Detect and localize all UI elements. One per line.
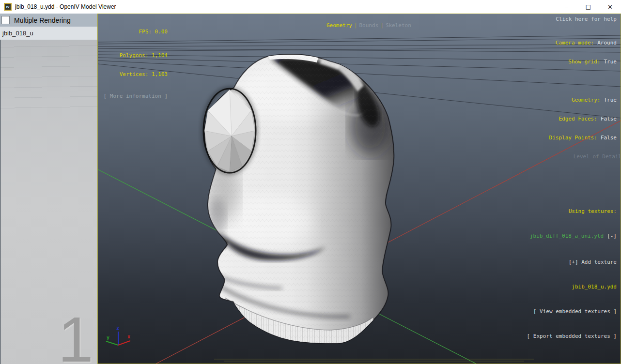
axis-z-label: z [116, 325, 119, 331]
3d-viewport: z y x FPS: 0.00 Polygons: 1,104 Vertices… [97, 14, 621, 364]
setting-level-of-detail[interactable]: Level of Detail [549, 153, 621, 160]
polygons-counter: Polygons: 1,104 [100, 52, 168, 59]
textures-overlay: Using textures: jbib_diff_018_a_uni.ytd[… [527, 191, 617, 357]
multiple-rendering-label[interactable]: Multiple Rendering [14, 16, 71, 24]
tab-geometry[interactable]: Geometry [326, 22, 352, 29]
help-link[interactable]: Click here for help [556, 16, 617, 22]
window-title: jbib_018_u.ydd - OpenIV Model Viewer [15, 3, 116, 10]
close-button[interactable]: ✕ [599, 0, 621, 14]
tab-bounds[interactable]: Bounds [359, 22, 379, 29]
axis-widget: z y x [106, 325, 130, 345]
multiple-rendering-row: Multiple Rendering [0, 14, 97, 27]
window-controls: – □ ✕ [556, 0, 621, 14]
setting-geometry[interactable]: Geometry:True [549, 97, 617, 103]
vest-model [200, 52, 398, 348]
setting-camera-mode[interactable]: Camera mode:Around [549, 40, 617, 46]
vertices-counter: Vertices: 1,163 [100, 71, 168, 77]
settings-overlay: Camera mode:Around Show grid:True Geomet… [549, 27, 617, 185]
setting-show-grid[interactable]: Show grid:True [549, 59, 617, 65]
openiv-app-icon: IV [4, 3, 12, 11]
tab-separator: | [378, 22, 386, 29]
sidebar: Multiple Rendering jbib_018_u 1 [0, 14, 97, 364]
ground-grid-streaks [214, 359, 534, 361]
more-information-link[interactable]: [ More information ] [100, 93, 168, 99]
export-embedded-textures-button[interactable]: [ Export embedded textures ] [527, 332, 617, 340]
tab-skeleton[interactable]: Skeleton [386, 22, 411, 29]
view-embedded-textures-button[interactable]: [ View embedded textures ] [527, 307, 617, 316]
setting-edged-faces[interactable]: Edged Faces:False [549, 116, 617, 122]
render-artifact-streaks [0, 43, 97, 110]
using-textures-header: Using textures: [527, 207, 617, 215]
add-texture-button[interactable]: [+] Add texture [527, 258, 617, 266]
minimize-button[interactable]: – [556, 0, 577, 14]
texture-file-link[interactable]: jbib_diff_018_a_uni.ytd [530, 233, 604, 239]
model-list-item[interactable]: jbib_018_u [0, 27, 97, 40]
openiv-model-viewer-window: IV jbib_018_u.ydd - OpenIV Model Viewer … [0, 0, 621, 364]
texture-entry: jbib_diff_018_a_uni.ytd[-] [527, 232, 617, 240]
multiple-rendering-checkbox[interactable] [1, 16, 10, 24]
page-number-watermark: 1 [58, 308, 93, 364]
axis-x-label: x [127, 334, 130, 339]
tab-separator: | [352, 22, 359, 29]
setting-display-points[interactable]: Display Points:False [549, 135, 617, 141]
model-file-name: jbib_018_u.ydd [527, 283, 617, 291]
texture-remove-button[interactable]: [-] [607, 233, 617, 239]
titlebar: IV jbib_018_u.ydd - OpenIV Model Viewer … [0, 0, 621, 14]
view-mode-tabs: Geometry|Bounds|Skeleton [98, 16, 621, 35]
maximize-button[interactable]: □ [577, 0, 599, 14]
shoulder-armhole-disc [203, 89, 256, 173]
axis-y-label: y [107, 335, 109, 340]
